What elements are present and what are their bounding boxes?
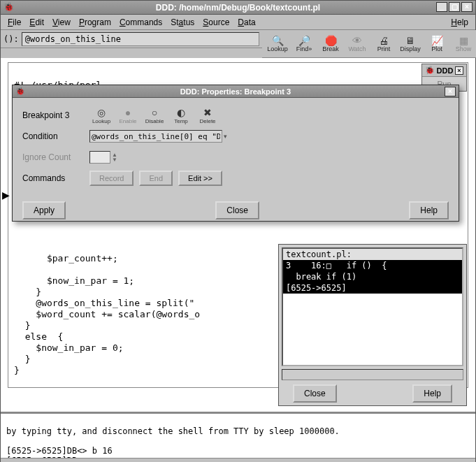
menu-file[interactable]: File <box>3 16 25 29</box>
code-line: print "$word_count $line_count $par_ <box>14 387 211 388</box>
toolbar-lookup[interactable]: 🔍Lookup <box>265 32 290 56</box>
show-icon: ▦ <box>459 36 468 45</box>
disable-icon: ○ <box>152 107 157 118</box>
ignore-spinner[interactable]: ▲ ▼ <box>112 152 117 162</box>
bp-lookup-button[interactable]: ◎Lookup <box>89 107 113 124</box>
menu-view[interactable]: View <box>48 16 75 29</box>
titlebar: 🐞 DDD: /home/nm/Debug/Book/textcount.pl … <box>1 1 475 15</box>
debugger-console[interactable]: by typing tty, and disconnect the shell … <box>1 413 475 458</box>
toolbar-display[interactable]: 🖥Display <box>398 32 423 56</box>
bp-enable-button[interactable]: ●Enable <box>116 107 140 124</box>
condition-input[interactable] <box>89 130 222 143</box>
console-line: [6525->6525] <box>283 282 462 294</box>
toolbar-show[interactable]: ▦Show <box>451 32 476 56</box>
bp-temp-button[interactable]: ◐Temp <box>169 107 193 124</box>
console-line: break if (1) <box>283 271 462 282</box>
bp-delete-button[interactable]: ✖Delete <box>196 107 219 124</box>
code-line: @words_on_this_line = split(" <box>14 298 194 308</box>
toolbar-break[interactable]: 🛑Break <box>318 32 343 56</box>
edit-button[interactable]: Edit >> <box>178 171 222 186</box>
breakpoint-label: Breakpoint 3 <box>22 110 89 120</box>
print-icon: 🖨 <box>379 36 389 45</box>
dialog-title: DDD: Properties: Breakpoint 3 <box>180 87 291 96</box>
console-scrollbar[interactable] <box>282 369 463 380</box>
code-line: } <box>14 320 30 331</box>
code-line: $now_in_par = 1; <box>14 275 134 286</box>
gdb-line: [6525->6525]DB<> <box>6 456 87 458</box>
apply-button[interactable]: Apply <box>22 201 66 219</box>
code-line: } <box>14 354 30 364</box>
toolbar-print[interactable]: 🖨Print <box>371 32 396 56</box>
find-icon: 🔎 <box>298 36 310 45</box>
code-line: $now_in_par = 0; <box>14 342 124 353</box>
gdb-line: by typing tty, and disconnect the shell … <box>6 426 340 436</box>
code-line: } <box>14 365 20 375</box>
close-button[interactable]: Close <box>215 201 259 219</box>
enable-icon: ● <box>125 107 131 118</box>
machine-code-console: textcount.pl: 3 16:□ if () { break if (1… <box>278 244 467 406</box>
bp-disable-button[interactable]: ○Disable <box>143 107 166 124</box>
target-icon: ◎ <box>97 107 106 118</box>
menubar: File Edit View Program Commands Status S… <box>1 15 475 30</box>
code-line: else { <box>14 331 63 342</box>
code-line: $word_count += scalar(@words_o <box>14 309 200 319</box>
window-title: DDD: /home/nm/Debug/Book/textcount.pl <box>156 3 320 13</box>
maximize-button[interactable]: ▢ <box>449 2 460 12</box>
close-window-button[interactable]: × <box>461 2 473 12</box>
dropdown-icon[interactable]: ▾ <box>224 133 227 140</box>
dialog-close-x[interactable]: × <box>445 87 456 96</box>
toolbar-plot[interactable]: 📈Plot <box>424 32 449 56</box>
console-title: textcount.pl: <box>283 249 462 260</box>
delete-icon: ✖ <box>203 107 212 118</box>
condition-label: Condition <box>22 131 89 141</box>
current-line-arrow-icon: ▶ <box>2 189 10 201</box>
ignore-count-label: Ignore Count <box>22 152 89 162</box>
bug-icon: 🐞 <box>15 87 25 96</box>
chevron-down-icon[interactable]: ▼ <box>112 157 117 162</box>
ignore-count-input[interactable] <box>89 151 110 164</box>
console-line: 3 16:□ if () { <box>283 260 462 271</box>
record-button[interactable]: Record <box>89 171 134 186</box>
help-button[interactable]: Help <box>409 201 449 219</box>
bug-icon: 🐞 <box>425 66 435 75</box>
temp-icon: ◐ <box>177 107 185 118</box>
menu-status[interactable]: Status <box>166 16 199 29</box>
menu-commands[interactable]: Commands <box>115 16 166 29</box>
gdb-line: [6525->6525]DB<> b 16 <box>6 446 113 456</box>
ddd-panel-title: DDD <box>437 66 454 75</box>
lookup-icon: 🔍 <box>272 36 284 45</box>
commands-label: Commands <box>22 173 89 183</box>
console-body[interactable]: textcount.pl: 3 16:□ if () { break if (1… <box>282 247 463 366</box>
breakpoint-properties-dialog: 🐞 DDD: Properties: Breakpoint 3 × Breakp… <box>12 85 459 222</box>
stop-icon: 🛑 <box>325 36 337 45</box>
watch-icon: 👁 <box>352 36 362 45</box>
app-icon: 🐞 <box>3 2 13 12</box>
menu-source[interactable]: Source <box>199 16 233 29</box>
menu-program[interactable]: Program <box>75 16 115 29</box>
console-close-button[interactable]: Close <box>293 384 337 403</box>
menu-data[interactable]: Data <box>233 16 259 29</box>
ddd-panel-close[interactable]: × <box>455 66 463 75</box>
display-icon: 🖥 <box>405 36 415 45</box>
toolbar-watch[interactable]: 👁Watch <box>345 32 370 56</box>
console-help-button[interactable]: Help <box>412 384 452 403</box>
main-window: 🐞 DDD: /home/nm/Debug/Book/textcount.pl … <box>0 0 476 462</box>
menu-edit[interactable]: Edit <box>25 16 48 29</box>
code-line: } <box>14 287 41 297</box>
end-button[interactable]: End <box>139 171 173 186</box>
cmd-prompt: (): <box>3 34 19 44</box>
status-bar: △ [6525->6525] <box>1 458 475 462</box>
menu-help[interactable]: Help <box>447 16 473 29</box>
argument-input[interactable] <box>22 32 259 46</box>
toolbar-find[interactable]: 🔎Find» <box>291 32 317 56</box>
minimize-button[interactable]: _ <box>436 2 447 12</box>
plot-icon: 📈 <box>431 36 443 45</box>
